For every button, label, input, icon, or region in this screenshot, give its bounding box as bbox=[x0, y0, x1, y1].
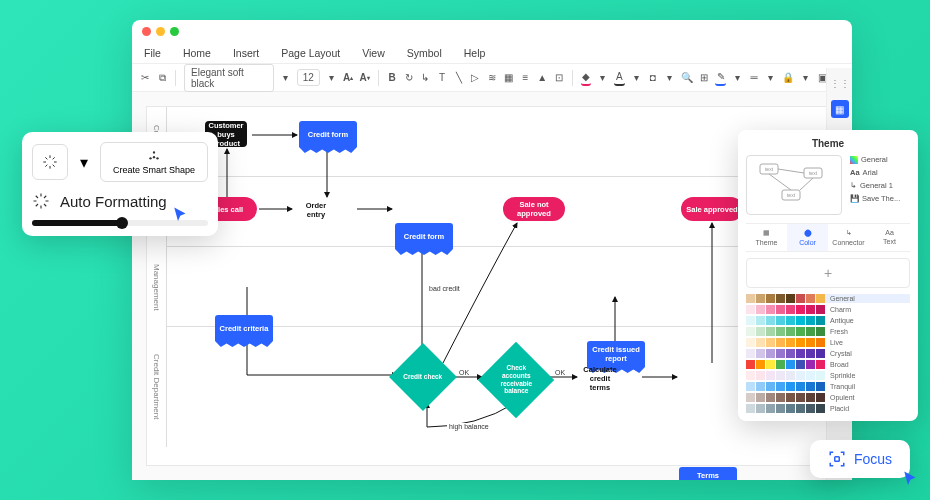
menu-symbol[interactable]: Symbol bbox=[407, 47, 442, 59]
color-swatch[interactable] bbox=[806, 294, 815, 303]
node-calc-terms[interactable]: Calculate credit terms bbox=[579, 365, 621, 391]
color-swatch[interactable] bbox=[806, 327, 815, 336]
node-sale-not-approved[interactable]: Sale not approved bbox=[503, 197, 565, 221]
text-box-icon[interactable]: ⊡ bbox=[553, 70, 564, 86]
color-swatch[interactable] bbox=[786, 316, 795, 325]
menu-page-layout[interactable]: Page Layout bbox=[281, 47, 340, 59]
warning-icon[interactable]: ▲ bbox=[537, 70, 548, 86]
connector-icon[interactable]: ↳ bbox=[420, 70, 431, 86]
color-swatch[interactable] bbox=[796, 382, 805, 391]
color-swatch[interactable] bbox=[796, 371, 805, 380]
color-swatch[interactable] bbox=[776, 305, 785, 314]
color-swatch[interactable] bbox=[766, 338, 775, 347]
color-swatch[interactable] bbox=[816, 382, 825, 391]
tab-connector[interactable]: ↳Connector bbox=[828, 224, 869, 251]
tab-text[interactable]: AaText bbox=[869, 224, 910, 251]
color-swatch[interactable] bbox=[776, 338, 785, 347]
color-swatch[interactable] bbox=[756, 338, 765, 347]
color-swatch[interactable] bbox=[776, 316, 785, 325]
fill-color-icon[interactable]: ◆ bbox=[581, 70, 592, 86]
color-swatch[interactable] bbox=[766, 393, 775, 402]
color-swatch[interactable] bbox=[766, 349, 775, 358]
chevron-down-icon[interactable]: ▾ bbox=[631, 70, 642, 86]
font-color-icon[interactable]: A bbox=[614, 70, 625, 86]
font-select[interactable]: Elegant soft black bbox=[184, 64, 274, 92]
minimize-dot[interactable] bbox=[156, 27, 165, 36]
menu-insert[interactable]: Insert bbox=[233, 47, 259, 59]
copy-icon[interactable]: ⧉ bbox=[157, 70, 168, 86]
color-swatch[interactable] bbox=[766, 404, 775, 413]
side-handle-icon[interactable]: ⋮⋮ bbox=[831, 74, 849, 92]
rotate-icon[interactable]: ↻ bbox=[403, 70, 414, 86]
color-swatch[interactable] bbox=[816, 371, 825, 380]
color-swatch[interactable] bbox=[796, 327, 805, 336]
tab-theme[interactable]: ▦Theme bbox=[746, 224, 787, 251]
color-swatch[interactable] bbox=[776, 371, 785, 380]
node-credit-form-2[interactable]: Credit form bbox=[395, 223, 453, 249]
color-swatch[interactable] bbox=[816, 316, 825, 325]
node-order-entry[interactable]: Order entry bbox=[295, 197, 337, 223]
zoom-icon[interactable]: 🔍 bbox=[681, 70, 693, 86]
node-terms-approved[interactable]: Terms approved bbox=[679, 467, 737, 480]
chevron-down-icon[interactable]: ▾ bbox=[74, 144, 94, 180]
color-swatch[interactable] bbox=[766, 327, 775, 336]
color-scheme-row[interactable]: Tranquil bbox=[746, 382, 910, 391]
color-swatch[interactable] bbox=[816, 360, 825, 369]
color-scheme-row[interactable]: Charm bbox=[746, 305, 910, 314]
preset-save[interactable]: 💾Save The... bbox=[850, 194, 910, 203]
layers-icon[interactable]: ≋ bbox=[487, 70, 498, 86]
color-scheme-row[interactable]: Opulent bbox=[746, 393, 910, 402]
line-icon[interactable]: ╲ bbox=[453, 70, 464, 86]
color-swatch[interactable] bbox=[796, 404, 805, 413]
auto-format-slider[interactable] bbox=[32, 220, 208, 226]
color-swatch[interactable] bbox=[776, 327, 785, 336]
color-swatch[interactable] bbox=[766, 294, 775, 303]
color-swatch[interactable] bbox=[786, 338, 795, 347]
color-swatch[interactable] bbox=[766, 371, 775, 380]
pointer-icon[interactable]: ▷ bbox=[470, 70, 481, 86]
node-credit-issued[interactable]: Credit issued report bbox=[587, 341, 645, 367]
chevron-down-icon[interactable]: ▾ bbox=[280, 70, 291, 86]
color-swatch[interactable] bbox=[756, 316, 765, 325]
color-scheme-row[interactable]: Fresh bbox=[746, 327, 910, 336]
align-icon[interactable]: ≡ bbox=[520, 70, 531, 86]
maximize-dot[interactable] bbox=[170, 27, 179, 36]
color-swatch[interactable] bbox=[746, 338, 755, 347]
color-swatch[interactable] bbox=[816, 305, 825, 314]
lock-icon[interactable]: 🔒 bbox=[782, 70, 794, 86]
color-swatch[interactable] bbox=[806, 349, 815, 358]
pen-icon[interactable]: ✎ bbox=[715, 70, 726, 86]
create-smart-shape-button[interactable]: Create Smart Shape bbox=[100, 142, 208, 182]
color-scheme-row[interactable]: Broad bbox=[746, 360, 910, 369]
color-swatch[interactable] bbox=[746, 316, 755, 325]
menu-file[interactable]: File bbox=[144, 47, 161, 59]
color-swatch[interactable] bbox=[796, 349, 805, 358]
color-swatch[interactable] bbox=[756, 404, 765, 413]
color-swatch[interactable] bbox=[746, 393, 755, 402]
chevron-down-icon[interactable]: ▾ bbox=[732, 70, 743, 86]
color-swatch[interactable] bbox=[796, 338, 805, 347]
color-swatch[interactable] bbox=[786, 294, 795, 303]
color-swatch[interactable] bbox=[746, 360, 755, 369]
color-scheme-row[interactable]: Crystal bbox=[746, 349, 910, 358]
color-swatch[interactable] bbox=[816, 404, 825, 413]
chevron-down-icon[interactable]: ▾ bbox=[664, 70, 675, 86]
color-swatch[interactable] bbox=[796, 360, 805, 369]
color-scheme-row[interactable]: General bbox=[746, 294, 910, 303]
preset-general1[interactable]: ↳General 1 bbox=[850, 181, 910, 190]
color-swatch[interactable] bbox=[786, 327, 795, 336]
color-swatch[interactable] bbox=[806, 316, 815, 325]
sparkle-icon[interactable] bbox=[32, 144, 68, 180]
chevron-down-icon[interactable]: ▾ bbox=[326, 70, 337, 86]
color-swatch[interactable] bbox=[786, 393, 795, 402]
color-swatch[interactable] bbox=[796, 393, 805, 402]
image-icon[interactable]: ▦ bbox=[503, 70, 514, 86]
increase-font-icon[interactable]: A▴ bbox=[343, 70, 354, 86]
color-swatch[interactable] bbox=[746, 371, 755, 380]
color-swatch[interactable] bbox=[746, 294, 755, 303]
color-swatch[interactable] bbox=[786, 382, 795, 391]
color-swatch[interactable] bbox=[756, 382, 765, 391]
color-swatch[interactable] bbox=[786, 404, 795, 413]
color-swatch[interactable] bbox=[756, 305, 765, 314]
color-swatch[interactable] bbox=[766, 360, 775, 369]
